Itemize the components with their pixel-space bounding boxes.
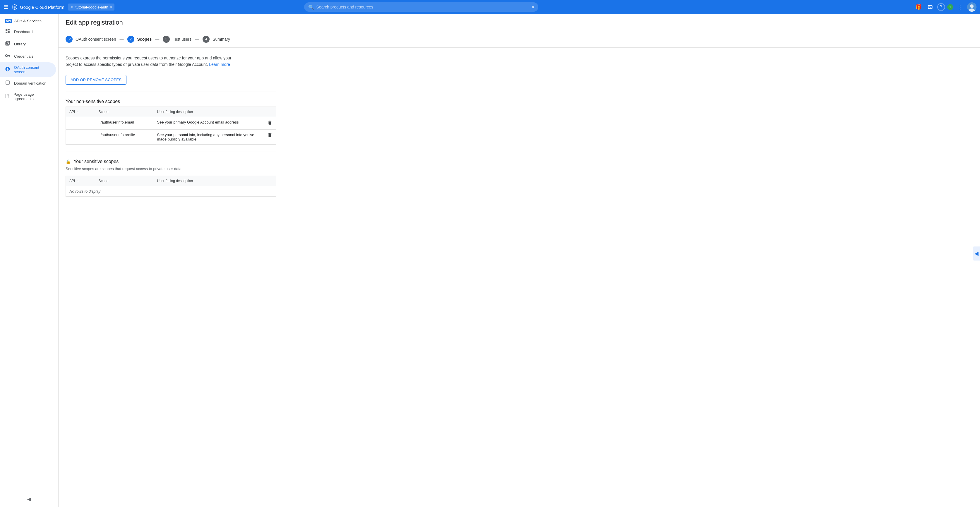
stepper: OAuth consent screen — 2 Scopes —	[65, 31, 973, 48]
page-title: Edit app registration	[65, 19, 973, 26]
credentials-icon	[5, 53, 11, 59]
search-input[interactable]	[317, 5, 530, 10]
step-2: 2 Scopes	[127, 36, 152, 43]
step-2-label: Scopes	[137, 37, 152, 41]
page-header: Edit app registration OAuth consent scre…	[59, 14, 980, 48]
step-3: 3 Test users	[163, 36, 191, 43]
non-sensitive-title: Your non-sensitive scopes	[65, 99, 973, 104]
step-4-label: Summary	[213, 37, 230, 41]
sidebar-item-page-usage[interactable]: Page usage agreements	[0, 89, 56, 104]
step-3-label: Test users	[173, 37, 191, 41]
hamburger-menu[interactable]: ☰	[3, 4, 8, 10]
search-bar[interactable]: 🔍 ▾	[304, 2, 538, 12]
search-icon: 🔍	[308, 5, 314, 10]
sensitive-sort-icon[interactable]: ↑	[77, 180, 79, 183]
oauth-icon	[5, 67, 11, 73]
top-navigation: ☰ Google Cloud Platform ✦ tutorial-googl…	[0, 0, 980, 14]
collapse-icon: ◀	[27, 496, 31, 502]
sidebar: API APIs & Services Dashboard Library Cr…	[0, 14, 59, 507]
gift-icon[interactable]: 🎁	[914, 2, 923, 12]
sidebar-item-library-label: Library	[14, 42, 26, 46]
sensitive-header-row: API ↑ Scope User-facing description	[66, 176, 276, 186]
page-usage-icon	[5, 94, 10, 100]
sidebar-title: APIs & Services	[14, 19, 41, 23]
sidebar-bottom: ◀	[0, 491, 58, 507]
project-chevron-icon: ▾	[110, 5, 112, 10]
cell-scope-1: ../auth/userinfo.email	[95, 117, 154, 129]
sidebar-item-oauth-consent[interactable]: OAuth consent screen	[0, 62, 56, 77]
sidebar-item-page-usage-label: Page usage agreements	[13, 92, 51, 101]
gcp-logo-icon	[12, 4, 18, 10]
cell-api-2	[66, 129, 95, 144]
sensitive-scopes-section: 🔒 Your sensitive scopes Sensitive scopes…	[65, 159, 973, 197]
cell-delete-2[interactable]	[264, 129, 276, 144]
step-3-circle: 3	[163, 36, 170, 43]
col-description: User-facing description	[154, 106, 264, 117]
sidebar-item-domain-verification[interactable]: Domain verification	[0, 77, 56, 89]
svg-point-2	[970, 5, 974, 8]
col-actions	[264, 106, 276, 117]
sidebar-item-oauth-label: OAuth consent screen	[14, 65, 51, 74]
non-sensitive-scopes-section: Your non-sensitive scopes API ↑ Scope Us…	[65, 99, 973, 145]
sidebar-collapse-button[interactable]: ◀	[0, 494, 58, 505]
account-badge[interactable]: 1	[947, 4, 953, 10]
step-2-number: 2	[130, 37, 132, 41]
divider-1: —	[120, 37, 124, 41]
step-4-circle: 4	[202, 36, 210, 43]
sensitive-subtitle: Sensitive scopes are scopes that request…	[65, 167, 973, 171]
api-badge: API	[5, 19, 12, 23]
more-options-icon[interactable]: ⋮	[955, 2, 965, 12]
cell-scope-2: ../auth/userinfo.profile	[95, 129, 154, 144]
sidebar-item-dashboard-label: Dashboard	[14, 30, 33, 34]
step-1-label: OAuth consent screen	[76, 37, 116, 41]
divider-3: —	[195, 37, 199, 41]
step-4: 4 Summary	[202, 36, 230, 43]
scopes-description: Scopes express the permissions you reque…	[65, 55, 241, 68]
domain-icon	[5, 80, 11, 86]
sidebar-item-library[interactable]: Library	[0, 38, 56, 50]
main-content: Edit app registration OAuth consent scre…	[59, 14, 980, 507]
step-1: OAuth consent screen	[65, 36, 116, 43]
sidebar-item-dashboard[interactable]: Dashboard	[0, 25, 56, 38]
panel-toggle-icon: ◀	[974, 250, 978, 257]
learn-more-link[interactable]: Learn more	[209, 62, 230, 67]
project-selector[interactable]: ✦ tutorial-google-auth ▾	[68, 3, 115, 11]
cell-delete-1[interactable]	[264, 117, 276, 129]
content-inner: Edit app registration OAuth consent scre…	[59, 14, 980, 507]
add-scopes-button[interactable]: ADD OR REMOVE SCOPES	[65, 75, 126, 84]
terminal-icon[interactable]	[926, 2, 935, 12]
col-scope: Scope	[95, 106, 154, 117]
sidebar-item-credentials[interactable]: Credentials	[0, 50, 56, 62]
sensitive-title: 🔒 Your sensitive scopes	[65, 159, 973, 164]
sensitive-col-scope: Scope	[95, 176, 154, 186]
nav-logo: Google Cloud Platform	[12, 4, 64, 10]
delete-icon-2[interactable]	[267, 134, 272, 139]
gcp-title: Google Cloud Platform	[20, 5, 64, 10]
no-rows-row: No rows to display	[66, 186, 276, 196]
step-3-number: 3	[165, 37, 167, 41]
sidebar-item-domain-label: Domain verification	[14, 81, 46, 86]
user-avatar[interactable]	[967, 2, 977, 12]
step-1-circle	[65, 36, 73, 43]
cell-desc-2: See your personal info, including any pe…	[154, 129, 264, 144]
help-icon[interactable]: ?	[937, 3, 945, 11]
sensitive-table: API ↑ Scope User-facing description No r…	[65, 176, 276, 197]
library-icon	[5, 41, 11, 47]
sidebar-item-credentials-label: Credentials	[14, 54, 33, 59]
app-layout: API APIs & Services Dashboard Library Cr…	[0, 14, 980, 507]
non-sensitive-table: API ↑ Scope User-facing description	[65, 106, 276, 145]
lock-icon: 🔒	[65, 159, 70, 164]
divider-2: —	[155, 37, 159, 41]
no-rows-cell: No rows to display	[66, 186, 276, 196]
col-api[interactable]: API ↑	[66, 106, 95, 117]
search-chevron-icon: ▾	[532, 5, 534, 10]
step-2-circle: 2	[127, 36, 134, 43]
step-4-number: 4	[205, 37, 207, 41]
delete-icon-1[interactable]	[267, 121, 272, 126]
sensitive-col-api[interactable]: API ↑	[66, 176, 95, 186]
section-divider-1	[65, 92, 276, 92]
dashboard-icon	[5, 29, 11, 35]
sort-api-icon[interactable]: ↑	[77, 110, 79, 114]
project-icon: ✦	[70, 5, 74, 10]
right-panel-toggle[interactable]: ◀	[973, 246, 980, 261]
